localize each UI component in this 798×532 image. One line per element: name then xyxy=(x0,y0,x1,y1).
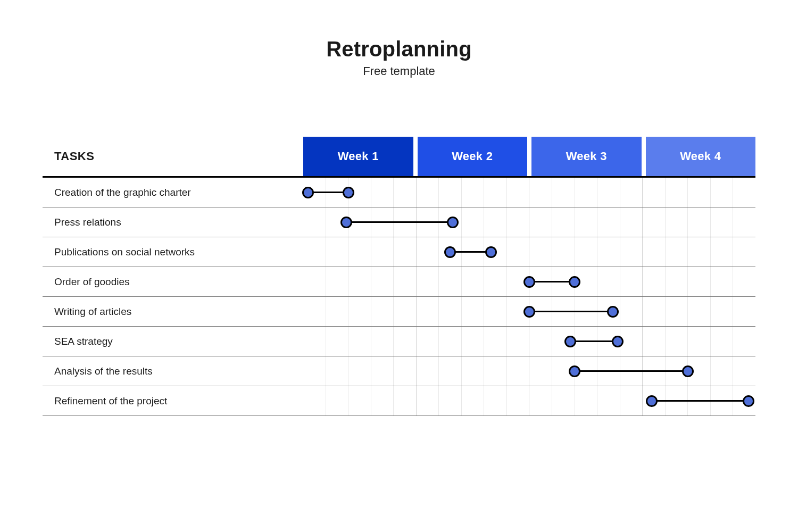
grid-line xyxy=(326,297,349,326)
task-label: Creation of the graphic charter xyxy=(43,178,303,207)
grid-line xyxy=(733,207,755,237)
grid-line xyxy=(462,327,485,356)
gantt-dot-end xyxy=(682,365,694,377)
grid-line xyxy=(484,356,507,386)
grid-line xyxy=(666,178,688,207)
gantt-bar-line xyxy=(570,340,618,342)
gantt-row: SEA strategy xyxy=(43,327,755,356)
grid-line xyxy=(643,297,666,326)
week-header: Week 3 xyxy=(531,137,642,176)
gantt-dot-end xyxy=(343,187,354,198)
grid-line xyxy=(507,207,530,237)
grid-line xyxy=(507,327,530,356)
gantt-dot-start xyxy=(646,395,658,407)
grid-line xyxy=(529,237,552,267)
grid-line xyxy=(666,297,688,326)
grid-line xyxy=(348,356,371,386)
gantt-dot-start xyxy=(569,365,580,377)
grid-line xyxy=(348,297,371,326)
grid-line xyxy=(326,386,349,415)
grid-line xyxy=(462,178,485,207)
grid-line xyxy=(348,237,371,267)
grid-line xyxy=(439,267,462,296)
grid-line xyxy=(688,327,711,356)
grid-line xyxy=(417,178,439,207)
grid-line xyxy=(552,178,575,207)
grid-line xyxy=(371,178,394,207)
grid-line xyxy=(462,386,485,415)
grid-line xyxy=(394,386,417,415)
grid-line xyxy=(711,356,734,386)
gantt-dot-start xyxy=(444,246,456,258)
gantt-dot-start xyxy=(523,306,535,318)
gantt-dot-start xyxy=(564,336,576,347)
grid-line xyxy=(688,178,711,207)
grid-line xyxy=(711,207,734,237)
grid-line xyxy=(417,267,439,296)
grid-line xyxy=(597,178,620,207)
grid-line xyxy=(303,237,326,267)
grid-line xyxy=(643,267,666,296)
grid-line xyxy=(666,267,688,296)
grid-line xyxy=(371,327,394,356)
grid-line xyxy=(394,267,417,296)
grid-line xyxy=(666,207,688,237)
gantt-header-row: TASKS Week 1Week 2Week 3Week 4 xyxy=(43,137,755,178)
gantt-row: Publications on social networks xyxy=(43,237,755,267)
gantt-bar-line xyxy=(529,281,575,282)
grid-line xyxy=(733,356,755,386)
gantt-bar-line xyxy=(529,311,613,312)
gantt-row: Press relations xyxy=(43,207,755,237)
grid-line xyxy=(688,237,711,267)
grid-line xyxy=(417,297,439,326)
gantt-body: Creation of the graphic charterPress rel… xyxy=(43,178,755,416)
gantt-row: Analysis of the results xyxy=(43,356,755,386)
gantt-dot-start xyxy=(302,187,314,198)
grid-line xyxy=(666,327,688,356)
week-header: Week 4 xyxy=(646,137,756,176)
gantt-row: Writing of articles xyxy=(43,297,755,327)
timeline-cell xyxy=(303,356,755,386)
task-label: SEA strategy xyxy=(43,327,303,356)
grid-line xyxy=(643,178,666,207)
week-headers: Week 1Week 2Week 3Week 4 xyxy=(303,137,755,176)
timeline-grid xyxy=(303,237,755,267)
grid-line xyxy=(439,297,462,326)
task-label: Analysis of the results xyxy=(43,356,303,386)
grid-line xyxy=(597,207,620,237)
grid-line xyxy=(733,297,755,326)
task-label: Order of goodies xyxy=(43,267,303,296)
grid-line xyxy=(711,327,734,356)
grid-line xyxy=(529,356,552,386)
page-subtitle: Free template xyxy=(43,64,755,78)
grid-line xyxy=(643,327,666,356)
page-title: Retroplanning xyxy=(43,37,755,61)
grid-line xyxy=(439,178,462,207)
grid-line xyxy=(529,207,552,237)
tasks-column-header: TASKS xyxy=(43,137,303,176)
grid-line xyxy=(484,207,507,237)
task-label: Press relations xyxy=(43,207,303,237)
grid-line xyxy=(484,297,507,326)
grid-line xyxy=(529,178,552,207)
grid-line xyxy=(484,386,507,415)
timeline-grid xyxy=(303,178,755,207)
grid-line xyxy=(394,237,417,267)
grid-line xyxy=(439,327,462,356)
grid-line xyxy=(552,386,575,415)
gantt-dot-start xyxy=(340,217,352,228)
gantt-bar-line xyxy=(652,400,749,402)
grid-line xyxy=(394,327,417,356)
task-label: Writing of articles xyxy=(43,297,303,326)
gantt-dot-end xyxy=(447,217,459,228)
grid-line xyxy=(507,178,530,207)
grid-line xyxy=(348,386,371,415)
gantt-dot-end xyxy=(743,395,754,407)
grid-line xyxy=(484,267,507,296)
grid-line xyxy=(643,207,666,237)
grid-line xyxy=(484,327,507,356)
gantt-row: Creation of the graphic charter xyxy=(43,178,755,207)
grid-line xyxy=(620,207,643,237)
timeline-cell xyxy=(303,207,755,237)
grid-line xyxy=(417,386,439,415)
